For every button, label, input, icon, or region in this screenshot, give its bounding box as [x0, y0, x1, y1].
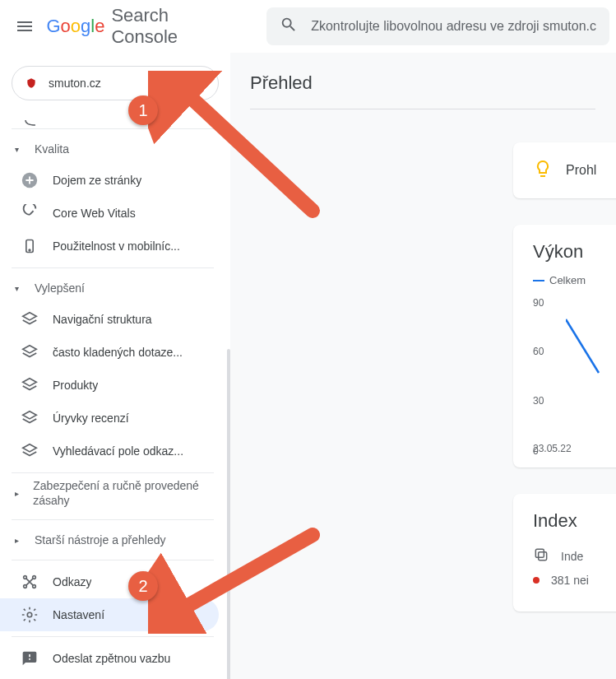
property-favicon	[24, 76, 39, 91]
sidebar-item-mobile-usability[interactable]: Použitelnost v mobilníc...	[0, 230, 219, 263]
layers-icon	[20, 375, 39, 395]
lightbulb-icon	[533, 159, 553, 182]
speed-icon	[20, 203, 39, 223]
chevron-down-icon: ▾	[15, 284, 30, 293]
svg-point-6	[33, 585, 36, 588]
section-enhancements[interactable]: ▾ Vylepšení	[0, 273, 230, 303]
performance-card[interactable]: Výkon Celkem 90 60 30 0 23.05.22	[513, 225, 616, 467]
menu-icon[interactable]	[7, 7, 43, 46]
sidebar-item-review-snippets[interactable]: Úryvky recenzí	[0, 402, 219, 435]
chevron-right-icon: ▸	[15, 536, 30, 545]
svg-rect-9	[535, 549, 544, 557]
chevron-right-icon: ▸	[15, 489, 28, 498]
svg-point-7	[27, 612, 32, 617]
tip-text: Prohl	[566, 163, 596, 178]
annotation-badge-2: 2	[128, 571, 158, 601]
phone-icon	[20, 236, 39, 256]
sidebar-item-breadcrumbs[interactable]: Navigační struktura	[0, 303, 219, 336]
app-logo[interactable]: Google Search Console	[46, 5, 225, 48]
layers-icon	[20, 408, 39, 428]
layers-icon	[20, 441, 39, 461]
svg-point-4	[33, 576, 36, 579]
index-card[interactable]: Index Inde 381 nei	[513, 494, 616, 612]
search-placeholder: Zkontrolujte libovolnou adresu ve zdroji…	[311, 19, 596, 34]
annotation-arrow-1	[148, 71, 321, 219]
sidebar-item-faq[interactable]: často kladených dotaze...	[0, 336, 219, 369]
svg-line-10	[173, 81, 313, 211]
svg-point-2	[29, 249, 30, 251]
annotation-badge-1: 1	[128, 95, 158, 125]
status-dot-icon	[533, 577, 540, 584]
performance-chart: 90 60 30 0 23.05.22	[533, 303, 599, 451]
layers-icon	[20, 342, 39, 362]
svg-rect-8	[539, 552, 547, 560]
app-header: Google Search Console Zkontrolujte libov…	[0, 0, 616, 53]
layers-icon	[20, 309, 39, 329]
links-icon	[20, 572, 39, 592]
index-title: Index	[533, 510, 616, 532]
gear-icon	[20, 605, 39, 625]
svg-point-5	[24, 585, 27, 588]
sidebar-item-feedback[interactable]: Odeslat zpětnou vazbu	[0, 642, 219, 675]
tip-card[interactable]: Prohl	[513, 142, 616, 198]
search-icon	[280, 16, 298, 37]
svg-line-11	[164, 535, 313, 619]
index-row-1: Inde	[533, 546, 616, 565]
performance-title: Výkon	[533, 241, 616, 263]
svg-point-3	[24, 576, 27, 579]
plus-circle-icon	[20, 170, 39, 190]
sidebar-item-sitelinks-search[interactable]: Vyhledávací pole odkaz...	[0, 435, 219, 467]
sidebar-item-products[interactable]: Produkty	[0, 369, 219, 402]
feedback-icon	[20, 649, 39, 668]
section-security[interactable]: ▸ Zabezpečení a ručně provedené zásahy	[0, 478, 230, 508]
product-name: Search Console	[111, 5, 225, 48]
url-inspect-search[interactable]: Zkontrolujte libovolnou adresu ve zdroji…	[266, 7, 609, 45]
chevron-down-icon: ▾	[15, 145, 30, 154]
chart-legend: Celkem	[533, 274, 616, 286]
index-row-2: 381 nei	[533, 574, 616, 587]
annotation-arrow-2	[148, 527, 321, 634]
copy-icon	[533, 546, 549, 565]
